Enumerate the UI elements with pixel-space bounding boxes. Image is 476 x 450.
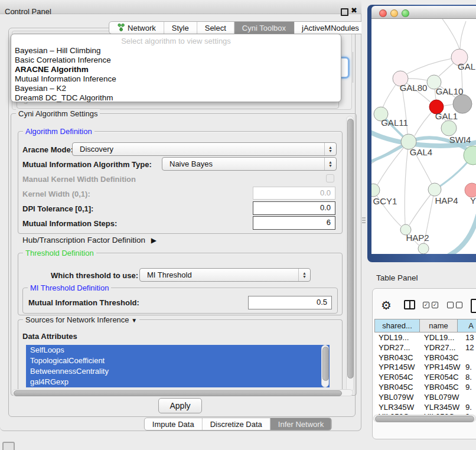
tab-label: Impute Data xyxy=(152,420,194,429)
algorithm-option[interactable]: Dream8 DC_TDC Algorithm xyxy=(11,93,341,103)
mi-type-combo[interactable]: Naive Bayes ▲▼ xyxy=(162,157,337,171)
apply-button[interactable]: Apply xyxy=(158,398,202,413)
data-attributes-list[interactable]: SelfLoopsTopologicalCoefficientBetweenne… xyxy=(26,345,330,387)
attribute-item-selected[interactable]: gal4RGexp xyxy=(26,377,330,387)
mi-threshold-field[interactable]: 0.5 xyxy=(248,296,332,309)
tab-discretize-data[interactable]: Discretize Data xyxy=(203,418,270,430)
cyni-settings-title: Cyni Algorithm Settings xyxy=(16,109,100,118)
attribute-item-selected[interactable]: SelfLoops xyxy=(26,345,330,356)
algorithm-placeholder: Select algorithm to view settings xyxy=(11,37,341,46)
gear-icon[interactable]: ⚙ xyxy=(381,298,392,312)
algorithm-option[interactable]: Mutual Information Inference xyxy=(11,74,341,84)
mi-threshold-label: Mutual Information Threshold: xyxy=(28,298,139,307)
network-node[interactable] xyxy=(441,120,457,136)
network-node[interactable] xyxy=(371,184,380,197)
network-view-canvas[interactable]: GALGAL80GAL10GAL1GAL11SWI4GAL4GCY1HAP4YH… xyxy=(371,19,476,254)
tab-impute-data[interactable]: Impute Data xyxy=(145,418,203,430)
settings-vertical-scrollbar[interactable] xyxy=(346,116,354,392)
table-row[interactable]: YBR043CYBR043C xyxy=(374,353,476,363)
tab-label: Style xyxy=(172,24,189,32)
combo-stepper-icon[interactable]: ▲▼ xyxy=(324,158,336,170)
table-row[interactable]: YDL19...YDL19...13 xyxy=(374,332,476,343)
threshold-definition-title: Threshold Definition xyxy=(23,249,96,257)
network-node-label: GAL xyxy=(458,61,475,71)
table-row[interactable]: YPR145WYPR145W9. xyxy=(374,362,476,372)
tab-network[interactable]: Network xyxy=(109,22,164,34)
network-edge xyxy=(377,142,409,185)
algorithm-definition-title: Algorithm Definition xyxy=(23,127,94,136)
kernel-width-label: Kernel Width (0,1): xyxy=(22,190,90,198)
table-row[interactable]: YBR045CYBR045C9. xyxy=(374,382,476,392)
table-row[interactable]: YER054CYER054C8. xyxy=(374,372,476,382)
control-panel-titlebar[interactable] xyxy=(0,0,361,14)
table-row[interactable]: YBL079WYBL079W xyxy=(374,392,476,402)
mac-zoom-icon[interactable] xyxy=(402,9,409,17)
table-body[interactable]: YDL19...YDL19...13YDR27...YDR27...12YBR0… xyxy=(374,332,476,415)
cell: YLR345W xyxy=(379,402,414,412)
unchecked-checkbox-icon[interactable] xyxy=(456,302,462,308)
combo-stepper-icon[interactable]: ▲▼ xyxy=(298,269,310,281)
cell: YBR043C xyxy=(379,353,413,363)
network-icon xyxy=(117,23,125,33)
mi-type-label: Mutual Information Algorithm Type: xyxy=(22,160,152,169)
float-window-icon[interactable] xyxy=(341,8,348,16)
mi-steps-field[interactable]: 6 xyxy=(253,216,335,230)
column-header-3[interactable]: A xyxy=(458,319,476,332)
column-header-2[interactable]: name xyxy=(420,319,458,332)
minimized-panel-icon[interactable] xyxy=(2,442,15,450)
column-header-1[interactable]: shared... xyxy=(374,319,420,332)
network-node-label: HAP4 xyxy=(435,195,458,206)
attribute-item-selected[interactable]: TopologicalCoefficient xyxy=(26,356,330,366)
mi-threshold-title: MI Threshold Definition xyxy=(28,283,111,292)
network-node-label: GAL4 xyxy=(410,147,432,157)
attribute-item-selected[interactable]: BetweennessCentrality xyxy=(26,366,330,377)
checked-checkbox-icon[interactable]: ✓ xyxy=(432,302,438,308)
aracne-mode-combo[interactable]: Discovery ▲▼ xyxy=(72,142,337,156)
tab-cyni-toolbox[interactable]: Cyni Toolbox xyxy=(234,22,294,34)
mi-steps-label: Mutual Information Steps: xyxy=(22,219,117,228)
dpi-tolerance-field[interactable]: 0.0 xyxy=(253,201,335,215)
table-row[interactable]: YDR27...YDR27...12 xyxy=(374,343,476,353)
network-node-label: GAL1 xyxy=(435,111,458,121)
algorithm-option[interactable]: Bayesian – Hill Climbing xyxy=(11,46,341,56)
algorithm-option[interactable]: ARACNE Algorithm xyxy=(11,65,341,74)
data-attributes-label: Data Attributes xyxy=(22,332,77,341)
attributes-scrollbar[interactable] xyxy=(321,345,329,387)
expand-right-icon[interactable]: ▶ xyxy=(151,236,157,244)
tab-label: Select xyxy=(205,24,226,32)
tab-jactivemnodules[interactable]: jActiveMNodules xyxy=(294,22,367,34)
cell: YER054C xyxy=(424,372,459,382)
collapse-down-icon[interactable]: ▼ xyxy=(131,317,137,324)
kernel-width-field[interactable]: 0.0 xyxy=(253,187,335,200)
manual-kernel-checkbox[interactable] xyxy=(326,174,334,182)
tab-label: Infer Network xyxy=(278,420,324,429)
which-threshold-label: Which threshold to use: xyxy=(51,271,138,280)
cell: YDR27... xyxy=(379,343,410,353)
aracne-mode-label: Aracne Mode: xyxy=(22,145,73,154)
mac-close-icon[interactable] xyxy=(379,9,387,17)
combo-stepper-icon[interactable]: ▲▼ xyxy=(324,143,336,155)
mac-minimize-icon[interactable] xyxy=(390,9,398,17)
hub-definition-expander[interactable]: Hub/Transcription Factor Definition ▶ xyxy=(22,236,157,244)
cell: YER054C xyxy=(379,372,413,382)
tab-style[interactable]: Style xyxy=(164,22,197,34)
splitter-grip-icon[interactable] xyxy=(362,217,366,223)
checked-checkbox-icon[interactable]: ✓ xyxy=(423,302,429,308)
tab-infer-network[interactable]: Infer Network xyxy=(270,418,331,430)
network-node[interactable] xyxy=(418,243,429,254)
unchecked-checkbox-icon[interactable] xyxy=(447,302,454,308)
split-columns-icon[interactable] xyxy=(404,300,415,309)
table-horizontal-scrollbar[interactable] xyxy=(373,415,476,422)
settings-horizontal-scrollbar[interactable] xyxy=(12,389,353,396)
document-icon[interactable] xyxy=(471,299,476,313)
algorithm-option[interactable]: Basic Correlation Inference xyxy=(11,56,341,65)
network-node-label: GCY1 xyxy=(373,196,397,206)
mi-type-value: Naive Bayes xyxy=(169,159,213,168)
table-row[interactable]: YLR345WYLR345W9. xyxy=(374,402,476,412)
network-window-titlebar[interactable] xyxy=(371,6,476,19)
close-icon[interactable]: ✖ xyxy=(351,6,357,15)
network-node[interactable] xyxy=(428,183,441,196)
which-threshold-combo[interactable]: MI Threshold ▲▼ xyxy=(139,268,311,282)
algorithm-option[interactable]: Bayesian – K2 xyxy=(11,84,341,93)
tab-select[interactable]: Select xyxy=(197,22,234,34)
